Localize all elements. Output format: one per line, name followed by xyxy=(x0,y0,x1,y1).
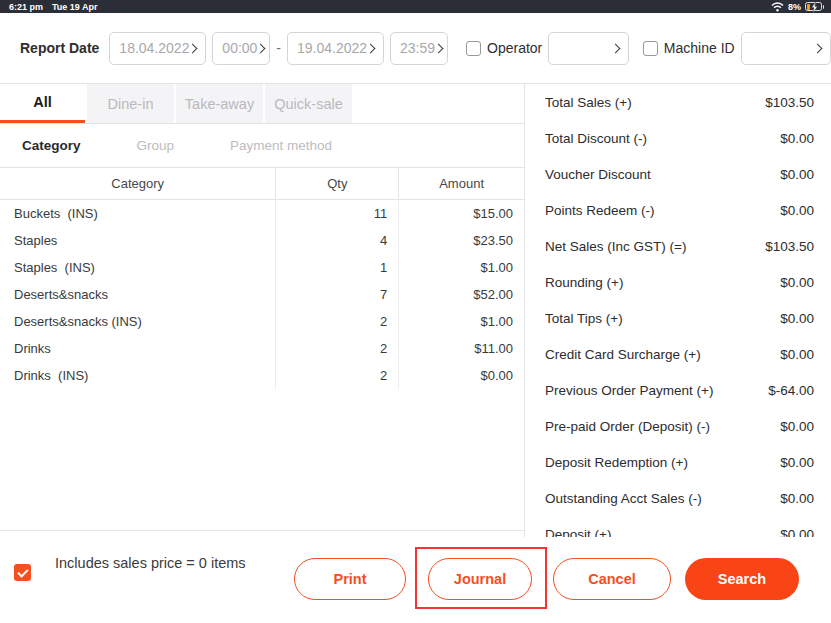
summary-row-net-sales-inc-gst: Net Sales (Inc GST) (=)$103.50 xyxy=(545,228,814,264)
summary-label: Previous Order Payment (+) xyxy=(545,383,713,398)
machine-id-label: Machine ID xyxy=(664,40,735,56)
cell-category: Staples xyxy=(0,227,276,254)
include-zero-price-label: Includes sales price = 0 items xyxy=(55,554,253,573)
cell-category: Drinks xyxy=(0,335,276,362)
status-time: 6:21 pm xyxy=(9,2,43,12)
category-table-body: Buckets (INS)11$15.00Staples4$23.50Stapl… xyxy=(0,200,524,389)
chevron-right-icon xyxy=(188,43,198,53)
start-date-field[interactable]: 18.04.2022 xyxy=(109,32,206,65)
summary-value: $0.00 xyxy=(780,455,814,470)
operator-checkbox[interactable] xyxy=(466,41,481,56)
subtab-payment-method[interactable]: Payment method xyxy=(230,138,332,153)
summary-label: Net Sales (Inc GST) (=) xyxy=(545,239,686,254)
summary-value: $103.50 xyxy=(765,95,814,110)
cell-amount: $1.00 xyxy=(399,254,524,281)
start-time-field[interactable]: 00:00 xyxy=(212,32,270,65)
cell-qty: 7 xyxy=(276,281,399,308)
battery-percent: 8% xyxy=(788,2,801,12)
summary-row-voucher-discount: Voucher Discount$0.00 xyxy=(545,156,814,192)
table-row-drinks-ins[interactable]: Drinks (INS)2$0.00 xyxy=(0,362,524,389)
search-button[interactable]: Search xyxy=(685,558,799,600)
summary-row-total-discount: Total Discount (-)$0.00 xyxy=(545,120,814,156)
machine-id-select[interactable] xyxy=(741,32,831,65)
battery-charging-icon xyxy=(805,2,822,11)
table-row-drinks[interactable]: Drinks2$11.00 xyxy=(0,335,524,362)
summary-row-outstanding-acct-sales: Outstanding Acct Sales (-)$0.00 xyxy=(545,480,814,516)
summary-label: Deposit Redemption (+) xyxy=(545,455,688,470)
cell-qty: 2 xyxy=(276,335,399,362)
cell-category: Deserts&snacks xyxy=(0,281,276,308)
subtab-group[interactable]: Group xyxy=(137,138,175,153)
table-row-buckets-ins[interactable]: Buckets (INS)11$15.00 xyxy=(0,200,524,227)
summary-label: Credit Card Surcharge (+) xyxy=(545,347,701,362)
chevron-right-icon xyxy=(366,43,376,53)
cancel-button[interactable]: Cancel xyxy=(553,558,671,600)
filter-bar: Report Date 18.04.2022 00:00 - 19.04.202… xyxy=(0,13,831,84)
summary-value: $0.00 xyxy=(780,311,814,326)
tab-all[interactable]: All xyxy=(0,84,85,123)
summary-label: Points Redeem (-) xyxy=(545,203,655,218)
summary-row-points-redeem: Points Redeem (-)$0.00 xyxy=(545,192,814,228)
wifi-icon xyxy=(771,2,784,12)
status-bar-right: 8% xyxy=(771,2,822,12)
charging-bolt-icon xyxy=(811,2,818,13)
cell-category: Staples (INS) xyxy=(0,254,276,281)
cell-amount: $52.00 xyxy=(399,281,524,308)
tab-quick-sale[interactable]: Quick-sale xyxy=(265,84,352,123)
pos-sales-report-screen: 6:21 pm Tue 19 Apr 8% Report Date xyxy=(0,0,831,623)
table-header: Category Qty Amount xyxy=(0,168,524,200)
end-time-field[interactable]: 23:59 xyxy=(390,32,448,65)
operator-select[interactable] xyxy=(548,32,629,65)
summary-value: $0.00 xyxy=(780,527,814,538)
summary-value: $0.00 xyxy=(780,167,814,182)
summary-row-previous-order-payment: Previous Order Payment (+)$-64.00 xyxy=(545,372,814,408)
summary-label: Total Sales (+) xyxy=(545,95,632,110)
start-time-value: 00:00 xyxy=(222,40,257,56)
cell-amount: $0.00 xyxy=(399,362,524,389)
start-date-value: 18.04.2022 xyxy=(119,40,189,56)
summary-row-total-tips: Total Tips (+)$0.00 xyxy=(545,300,814,336)
summary-label: Rounding (+) xyxy=(545,275,623,290)
table-row-staples[interactable]: Staples4$23.50 xyxy=(0,227,524,254)
left-panel: AllDine-inTake-awayQuick-sale CategoryGr… xyxy=(0,84,525,537)
print-button[interactable]: Print xyxy=(294,558,406,600)
summary-label: Outstanding Acct Sales (-) xyxy=(545,491,702,506)
table-row-deserts-snacks-ins[interactable]: Deserts&snacks (INS)2$1.00 xyxy=(0,308,524,335)
header-qty: Qty xyxy=(276,168,399,199)
journal-highlight-box: Journal xyxy=(415,547,547,609)
summary-value: $0.00 xyxy=(780,131,814,146)
end-time-value: 23:59 xyxy=(400,40,435,56)
cell-category: Drinks (INS) xyxy=(0,362,276,389)
machine-id-checkbox[interactable] xyxy=(643,41,658,56)
summary-label: Pre-paid Order (Deposit) (-) xyxy=(545,419,710,434)
chevron-right-icon xyxy=(434,43,444,53)
status-date: Tue 19 Apr xyxy=(52,2,98,12)
cell-amount: $1.00 xyxy=(399,308,524,335)
summary-label: Deposit (+) xyxy=(545,527,611,538)
footer-bar: Includes sales price = 0 items Print Jou… xyxy=(0,537,831,623)
chevron-right-icon xyxy=(610,43,620,53)
journal-button[interactable]: Journal xyxy=(428,558,532,600)
date-range-separator: - xyxy=(276,40,281,56)
summary-value: $0.00 xyxy=(780,491,814,506)
summary-value: $0.00 xyxy=(780,275,814,290)
chevron-right-icon xyxy=(256,43,266,53)
summary-row-pre-paid-order-deposit: Pre-paid Order (Deposit) (-)$0.00 xyxy=(545,408,814,444)
order-type-tabs: AllDine-inTake-awayQuick-sale xyxy=(0,84,524,124)
summary-row-rounding: Rounding (+)$0.00 xyxy=(545,264,814,300)
end-date-field[interactable]: 19.04.2022 xyxy=(287,32,384,65)
table-row-staples-ins[interactable]: Staples (INS)1$1.00 xyxy=(0,254,524,281)
tab-take-away[interactable]: Take-away xyxy=(176,84,263,123)
include-zero-price-checkbox[interactable] xyxy=(14,564,31,581)
summary-label: Total Discount (-) xyxy=(545,131,647,146)
subtab-category[interactable]: Category xyxy=(22,138,81,153)
cell-qty: 1 xyxy=(276,254,399,281)
operator-label: Operator xyxy=(487,40,542,56)
tab-dine-in[interactable]: Dine-in xyxy=(87,84,174,123)
summary-label: Total Tips (+) xyxy=(545,311,623,326)
summary-row-total-sales: Total Sales (+)$103.50 xyxy=(545,84,814,120)
summary-value: $0.00 xyxy=(780,203,814,218)
cell-qty: 2 xyxy=(276,362,399,389)
summary-value: $103.50 xyxy=(765,239,814,254)
table-row-deserts-snacks[interactable]: Deserts&snacks7$52.00 xyxy=(0,281,524,308)
